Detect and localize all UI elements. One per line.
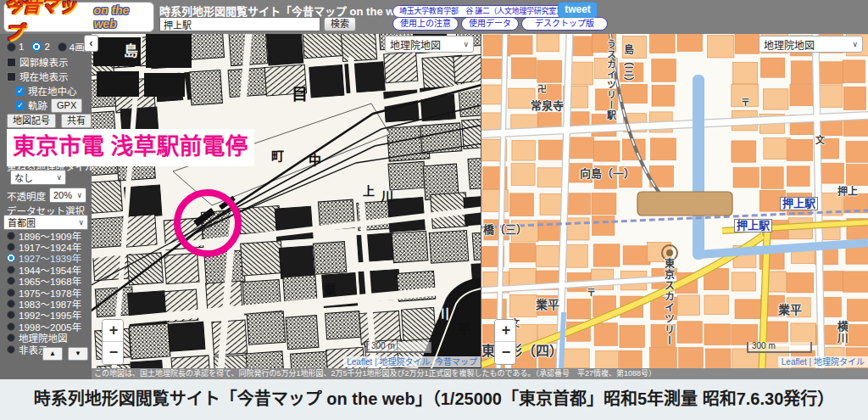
opacity-label: 不透明度 — [7, 189, 46, 203]
logo-sub-text: on the web — [93, 3, 153, 31]
zoom-in-button[interactable]: + — [495, 320, 516, 342]
radio-icon — [7, 254, 15, 262]
radio-icon — [7, 311, 15, 319]
map-label: 島（三） — [622, 44, 633, 88]
map-label: 川 — [436, 307, 449, 322]
zoom-in-button[interactable]: + — [103, 320, 124, 342]
scale-bar: 300 m — [747, 342, 812, 353]
affiliation-link[interactable]: 埼玉大学教育学部 谷 謙二（人文地理学研究室） — [392, 5, 570, 18]
option-label: 軌跡 — [28, 98, 47, 112]
modern-map-pane[interactable]: 常泉寺うスカイツリー駅島（三）向島（一）押上駅押上駅押上東京スカイツリー業平業平… — [481, 34, 868, 368]
dataset-value: 首都圏 — [8, 216, 36, 229]
radio-icon — [7, 322, 15, 331]
option-track[interactable]: 軌跡 GPX — [15, 99, 82, 111]
option-label: 現在地中心 — [28, 84, 77, 98]
basemap-value: 地理院地図 — [390, 37, 441, 52]
option-current-location[interactable]: 現在地表示 — [7, 70, 69, 82]
option-label: 図郭線表示 — [19, 55, 69, 69]
map-label: 横川 — [836, 321, 848, 344]
map-symbol-icon: 〒 — [741, 95, 750, 109]
search-button[interactable]: 検索 — [324, 17, 356, 31]
option-center-location[interactable]: 現在地中心 — [15, 85, 77, 97]
zoom-out-button[interactable]: − — [495, 342, 516, 364]
header-bar: 今昔マップ on the web 時系列地形図閲覧サイト「今昔マップ on th… — [0, 0, 868, 34]
zoom-control: + − — [494, 319, 516, 365]
map-symbol-icon: 〒 — [587, 285, 596, 299]
chevron-down-icon: ∨ — [78, 219, 84, 227]
map-symbols-button[interactable]: 地図記号 — [7, 114, 56, 128]
radio-icon — [7, 277, 15, 285]
radio-icon — [7, 243, 15, 251]
app-root: 今昔マップ on the web 時系列地形図閲覧サイト「今昔マップ on th… — [0, 0, 868, 420]
map-symbol-icon: 文 — [815, 132, 825, 146]
map-label: 押上駅 — [780, 197, 818, 210]
radio-icon — [7, 345, 15, 354]
map-label: 押上駅 — [734, 219, 772, 232]
caption-text: 時系列地形図閲覧サイト「今昔マップ on the web」（1/25000「東京… — [0, 379, 868, 420]
opacity-value: 20% — [53, 190, 72, 200]
map-label: 常泉寺 — [531, 100, 564, 112]
basemap-select-right[interactable]: 地理院地図 ∨ — [759, 36, 863, 53]
map-label: 橋（三） — [483, 224, 527, 236]
annotation-label: 東京市電 浅草駅前電停 — [7, 129, 254, 166]
search-input[interactable] — [159, 17, 320, 31]
used-data-link[interactable]: 使用データ — [461, 17, 519, 31]
map-attribution[interactable]: Leaflet | 地理院タイル — [778, 356, 868, 367]
map-label: 上 — [363, 185, 375, 198]
map-label: 東京スカイツリー — [663, 258, 674, 346]
dataset-select[interactable]: 首都圏 ∨ — [3, 215, 88, 230]
zoom-control: + − — [102, 319, 124, 365]
scale-bar: 300 m — [366, 342, 431, 353]
map-label: 川 — [381, 190, 393, 203]
map-attribution[interactable]: Leaflet | 地理院タイル, 今昔マップ — [343, 356, 481, 367]
license-bar: この地図は、国土地理院長の承認を得て、同院発行の5万分1地形図、2万5千分1地形… — [92, 368, 868, 379]
checkbox-icon — [15, 101, 25, 110]
map-label: うスカイツリー駅 — [605, 39, 615, 120]
map-label: 業 — [324, 283, 337, 297]
basemap-select-left[interactable]: 地理院地図 ∨ — [385, 36, 474, 53]
tweet-button[interactable]: tweet — [558, 2, 598, 18]
chevron-down-icon: ∨ — [56, 174, 62, 182]
opacity-select[interactable]: 20% ∨ — [49, 188, 86, 203]
zoom-out-button[interactable]: − — [103, 342, 124, 364]
overlay-tile-value: なし — [14, 171, 33, 184]
radio-icon — [7, 266, 15, 274]
map-label: 町 — [271, 149, 284, 163]
scroll-down-button[interactable]: ▼ — [68, 347, 88, 361]
chevron-down-icon: ∨ — [76, 192, 82, 199]
scroll-up-button[interactable]: ▲ — [42, 347, 63, 361]
basemap-value: 地理院地図 — [764, 37, 815, 52]
map-label: 目 — [292, 87, 308, 104]
overlay-tile-select[interactable]: なし ∨ — [10, 170, 66, 185]
map-label: 押上 — [837, 187, 858, 198]
radio-icon — [7, 300, 15, 308]
sidebar-buttons-row: 地図記号 共有 — [7, 115, 92, 126]
period-scroll-buttons: ▲ ▼ — [42, 347, 88, 361]
map-label: 業平 — [778, 304, 802, 316]
old-map-pane[interactable]: 島目町中上川業川平 地理院地図 ∨ + − 300 m Leaflet | 地理… — [92, 34, 481, 368]
map-label: 中 — [309, 154, 321, 167]
site-logo[interactable]: 今昔マップ on the web — [3, 2, 154, 32]
map-label: 平 — [458, 322, 470, 336]
logo-main-text: 今昔マップ — [4, 0, 90, 44]
checkbox-icon — [7, 72, 16, 81]
usage-notes-link[interactable]: 使用上の注意 — [392, 17, 459, 31]
desktop-version-link[interactable]: デスクトップ版 — [521, 17, 608, 31]
old-map-art — [92, 34, 481, 368]
radio-icon — [7, 333, 15, 342]
radio-icon — [7, 288, 15, 297]
map-label: 業平 — [536, 299, 559, 311]
chevron-down-icon: ∨ — [463, 41, 469, 48]
checkbox-icon — [7, 58, 16, 67]
header-links-row2: 使用上の注意 使用データ デスクトップ版 — [392, 17, 608, 31]
gpx-button[interactable]: GPX — [51, 98, 82, 113]
map-label: 向島（一） — [580, 168, 635, 180]
map-label: 島 — [124, 44, 138, 59]
radio-icon — [7, 232, 15, 240]
header-links: 埼玉大学教育学部 谷 謙二（人文地理学研究室） — [392, 2, 570, 18]
option-frame-lines[interactable]: 図郭線表示 — [7, 56, 69, 68]
map-symbol-icon: 卍 — [537, 81, 547, 95]
checkbox-icon — [15, 87, 25, 96]
period-list: 1896〜1909年1917〜1924年1927〜1939年1944〜1954年… — [7, 230, 81, 355]
share-button[interactable]: 共有 — [61, 114, 92, 128]
